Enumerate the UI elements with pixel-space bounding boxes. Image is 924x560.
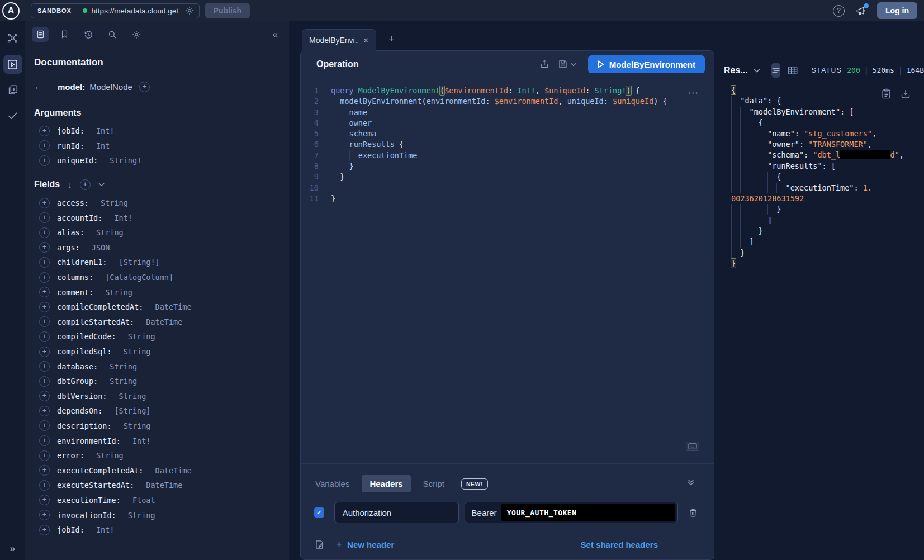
tab-script[interactable]: Script: [422, 475, 446, 492]
add-to-query-icon[interactable]: +: [39, 302, 50, 312]
field-row[interactable]: +compiledCode: String: [34, 329, 280, 344]
collapse-panel-icon[interactable]: «: [273, 29, 278, 40]
field-row[interactable]: +invocationId: String: [34, 507, 280, 523]
add-to-query-icon[interactable]: +: [39, 480, 50, 491]
edit-headers-json-icon[interactable]: [314, 539, 325, 550]
field-row[interactable]: +description: String: [34, 419, 280, 434]
run-operation-button[interactable]: ModelByEnvironment: [588, 55, 705, 73]
field-row[interactable]: +dbtGroup: String: [34, 374, 280, 389]
add-to-query-icon[interactable]: +: [39, 155, 50, 166]
set-shared-headers-button[interactable]: Set shared headers: [581, 540, 658, 549]
back-arrow-icon[interactable]: ←: [34, 82, 43, 92]
collapse-bottom-panel-icon[interactable]: [687, 478, 695, 486]
operation-collections-icon[interactable]: [3, 80, 22, 99]
add-to-query-icon[interactable]: +: [39, 331, 50, 342]
save-icon[interactable]: [558, 59, 568, 69]
delete-header-trash-icon[interactable]: [688, 507, 698, 518]
help-icon[interactable]: ?: [833, 5, 845, 17]
add-to-query-icon[interactable]: +: [39, 420, 50, 431]
keyboard-shortcuts-icon[interactable]: [686, 442, 699, 451]
chevron-down-icon[interactable]: [98, 182, 105, 187]
add-to-query-icon[interactable]: +: [39, 126, 50, 136]
table-view-icon[interactable]: [788, 66, 798, 75]
auth-token-redacted-box[interactable]: YOUR_AUTH_TOKEN: [501, 504, 675, 521]
response-chevron-down-icon[interactable]: [754, 68, 760, 73]
bookmark-icon[interactable]: [56, 27, 73, 42]
add-to-query-icon[interactable]: +: [39, 406, 50, 416]
add-to-query-icon[interactable]: +: [39, 510, 50, 520]
field-row[interactable]: +dbtVersion: String: [34, 389, 280, 404]
close-tab-icon[interactable]: ✕: [363, 36, 369, 45]
tab-variables[interactable]: Variables: [314, 475, 350, 492]
add-to-query-icon[interactable]: +: [39, 198, 50, 208]
doc-body[interactable]: Documentation ← model: ModelNode + Argum…: [25, 48, 289, 537]
header-value-input[interactable]: Bearer YOUR_AUTH_TOKEN: [465, 502, 678, 523]
add-to-query-icon[interactable]: +: [39, 376, 50, 387]
add-to-query-icon[interactable]: +: [39, 347, 50, 357]
add-to-query-icon[interactable]: +: [39, 257, 50, 268]
login-button[interactable]: Log in: [877, 2, 917, 19]
search-icon[interactable]: [104, 27, 121, 42]
documentation-tab-icon[interactable]: [32, 27, 49, 42]
checklist-icon[interactable]: [3, 106, 22, 125]
argument-row[interactable]: +runId: Int: [34, 139, 280, 154]
field-row[interactable]: +args: JSON: [34, 240, 280, 255]
add-to-query-icon[interactable]: +: [39, 391, 50, 401]
graphql-editor[interactable]: 1query ModelByEnvironment($environmentId…: [301, 78, 714, 463]
schema-graph-icon[interactable]: [3, 29, 22, 48]
response-json[interactable]: {"data": {"modelByEnvironment": [{"name"…: [724, 85, 924, 269]
add-all-fields-icon[interactable]: +: [80, 179, 91, 190]
add-to-query-icon[interactable]: +: [39, 316, 50, 327]
add-to-query-icon[interactable]: +: [39, 435, 50, 446]
history-icon[interactable]: [80, 27, 97, 42]
field-row[interactable]: +compiledSql: String: [34, 344, 280, 359]
endpoint-url-group[interactable]: https://metadata.cloud.get: [78, 6, 199, 16]
add-to-query-icon[interactable]: +: [39, 287, 50, 297]
endpoint-url-input[interactable]: https://metadata.cloud.get: [92, 7, 180, 15]
field-row[interactable]: +executeStartedAt: DateTime: [34, 478, 280, 493]
field-row[interactable]: +accountId: Int!: [34, 210, 280, 225]
field-row[interactable]: +error: String: [34, 448, 280, 463]
endpoint-settings-gear-icon[interactable]: [184, 6, 195, 16]
field-row[interactable]: +jobId: Int!: [34, 523, 280, 538]
field-row[interactable]: +comment: String: [34, 284, 280, 300]
field-row[interactable]: +compileCompletedAt: DateTime: [34, 300, 280, 315]
download-response-icon[interactable]: [901, 88, 911, 99]
add-to-query-icon[interactable]: +: [39, 227, 50, 238]
add-to-query-icon[interactable]: +: [39, 495, 50, 505]
raw-view-icon[interactable]: [771, 63, 780, 78]
expand-rail-icon[interactable]: »: [0, 543, 25, 554]
add-to-query-icon[interactable]: +: [39, 361, 50, 372]
add-to-query-icon[interactable]: +: [39, 272, 50, 283]
new-header-button[interactable]: + New header: [336, 538, 394, 550]
publish-button[interactable]: Publish: [205, 3, 250, 18]
field-row[interactable]: +alias: String: [34, 225, 280, 240]
field-row[interactable]: +dependsOn: [String]: [34, 404, 280, 419]
add-to-query-icon[interactable]: +: [39, 465, 50, 476]
add-to-query-icon[interactable]: +: [39, 140, 50, 151]
field-row[interactable]: +access: String: [34, 196, 280, 211]
copy-response-icon[interactable]: [882, 88, 891, 99]
add-to-query-icon[interactable]: +: [39, 450, 50, 461]
field-row[interactable]: +database: String: [34, 359, 280, 374]
add-to-query-icon[interactable]: +: [39, 525, 50, 535]
field-row[interactable]: +environmentId: Int!: [34, 433, 280, 448]
argument-row[interactable]: +jobId: Int!: [34, 124, 280, 139]
add-to-query-icon[interactable]: +: [39, 242, 50, 253]
more-options-icon[interactable]: •••: [688, 90, 699, 96]
field-row[interactable]: +compileStartedAt: DateTime: [34, 315, 280, 330]
add-type-icon[interactable]: +: [139, 82, 150, 92]
apollo-logo-icon[interactable]: A: [2, 2, 20, 20]
sort-down-icon[interactable]: ↓: [68, 180, 72, 189]
add-to-query-icon[interactable]: +: [39, 212, 50, 223]
model-type-link[interactable]: ModelNode: [89, 82, 132, 92]
tab-headers[interactable]: Headers: [362, 475, 410, 492]
field-row[interactable]: +columns: [CatalogColumn]: [34, 270, 280, 285]
header-name-input[interactable]: Authorization: [334, 502, 459, 523]
field-row[interactable]: +executionTime: Float: [34, 493, 280, 508]
argument-row[interactable]: +uniqueId: String!: [34, 153, 280, 168]
announcements-megaphone-icon[interactable]: [855, 5, 867, 16]
field-row[interactable]: +childrenL1: [String!]: [34, 255, 280, 270]
share-icon[interactable]: [539, 59, 549, 69]
settings-gear-icon[interactable]: [128, 27, 145, 42]
